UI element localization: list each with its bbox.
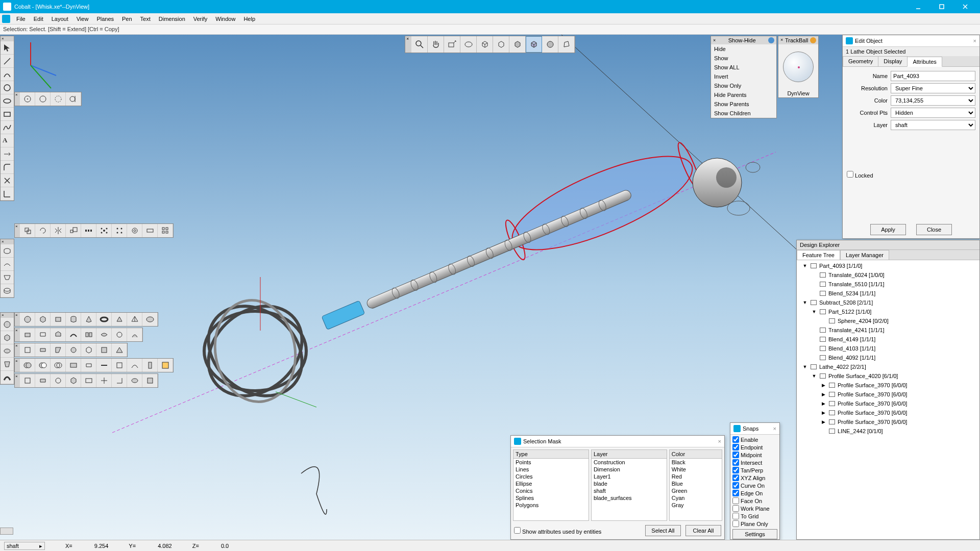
snap-option[interactable]: Plane Only [732,520,777,528]
show-hide-item[interactable]: Show [711,54,776,63]
feat7-icon[interactable] [112,343,127,357]
list-item[interactable]: blade [592,480,667,487]
trim-tool-icon[interactable] [1,147,14,161]
tree-row[interactable]: Blend_4149 [1/1/1] [798,335,978,344]
show-hide-item[interactable]: Show Only [711,81,776,90]
select-arrow-icon[interactable] [1,41,14,55]
solid-toolbar-close[interactable]: × [1,313,14,318]
list-item[interactable]: Black [670,459,722,466]
tree-row[interactable]: Blend_5234 [1/1/1] [798,289,978,298]
zoom-window-icon[interactable] [444,36,460,53]
stretch-icon[interactable] [142,224,158,237]
snap-checkbox[interactable] [732,452,739,458]
menu-window[interactable]: Window [211,14,239,23]
tree-row[interactable]: ▶Profile Surface_3970 [6/0/0] [798,381,978,390]
list-item[interactable]: Lines [513,466,589,473]
edit3-icon[interactable] [51,374,66,387]
snap-option[interactable]: Intersect [732,459,777,466]
list-item[interactable]: Splines [513,494,589,502]
circle-3pt-icon[interactable] [51,92,66,106]
bool6-icon[interactable] [96,359,112,372]
tree-toggle-icon[interactable]: ▶ [820,419,826,424]
wireframe-box-icon[interactable] [493,36,509,53]
edit4-icon[interactable] [66,374,81,387]
circle-2pt-icon[interactable] [35,92,51,106]
primitives-close[interactable]: × [15,313,20,326]
array-linear-icon[interactable] [81,224,96,237]
show-hide-item[interactable]: Show Children [711,109,776,118]
dimension-tool-icon[interactable] [1,187,14,201]
surf4-icon[interactable] [1,284,14,297]
menu-dimension[interactable]: Dimension [155,14,189,23]
hidden-line-icon[interactable] [477,36,493,53]
list-item[interactable]: blade_surfaces [592,494,667,502]
snap-checkbox[interactable] [732,474,739,481]
pan-icon[interactable] [428,36,444,53]
snap-option[interactable]: Midpoint [732,451,777,459]
apply-button[interactable]: Apply [870,224,906,235]
edit9-icon[interactable] [142,374,158,387]
list-item[interactable]: Circles [513,473,589,480]
show-hide-item[interactable]: Hide [711,44,776,54]
snap-option[interactable]: Tan/Perp [732,466,777,474]
close-button[interactable]: Close [916,224,952,235]
snap-checkbox[interactable] [732,482,739,489]
shaded-sphere-icon[interactable] [542,36,558,53]
circle-tool-icon[interactable] [1,81,14,94]
edit6-icon[interactable] [96,374,112,387]
circle-flyout-close[interactable]: × [15,92,20,106]
resolution-select[interactable]: Super Fine [891,83,975,93]
edit1-icon[interactable] [20,374,35,387]
snap-checkbox[interactable] [732,467,739,473]
bool9-icon[interactable] [142,359,158,372]
tree-toggle-icon[interactable]: ▶ [820,392,826,397]
controlpts-select[interactable]: Hidden [891,108,975,118]
list-item[interactable]: Gray [670,502,722,509]
rotate-icon[interactable] [35,224,51,237]
tree-row[interactable]: Translate_5510 [1/1/1] [798,280,978,289]
select-all-button[interactable]: Select All [645,525,681,536]
tree-row[interactable]: Sphere_4204 [0/2/0] [798,316,978,325]
menu-pen[interactable]: Pen [118,14,136,23]
list-item[interactable]: Dimension [592,466,667,473]
bool8-icon[interactable] [127,359,142,372]
scale-icon[interactable] [66,224,81,237]
tree-row[interactable]: ▶Profile Surface_3970 [6/0/0] [798,390,978,399]
view-toolbar-close[interactable]: × [405,36,411,53]
snap-option[interactable]: Enable [732,436,777,443]
trackball-gear-icon[interactable] [810,37,816,43]
menu-help[interactable]: Help [239,14,259,23]
ext1-icon[interactable] [20,328,35,341]
snap-checkbox[interactable] [732,513,739,519]
bool-subtract-icon[interactable] [35,359,51,372]
bool4-icon[interactable] [66,359,81,372]
surf3-icon[interactable] [1,271,14,284]
close-button[interactable] [953,0,977,13]
bool-union-icon[interactable] [20,359,35,372]
revolve-icon[interactable] [1,344,14,358]
snap-option[interactable]: Face On [732,497,777,505]
tree-toggle-icon[interactable]: ▼ [802,364,808,369]
tree-toggle-icon[interactable]: ▼ [811,373,817,379]
prim-ellipsoid-icon[interactable] [142,313,158,326]
snap-option[interactable]: Edge On [732,489,777,497]
snap-checkbox[interactable] [732,497,739,504]
snap-option[interactable]: XYZ Align [732,474,777,482]
prim-torus-icon[interactable] [96,313,112,326]
tree-toggle-icon[interactable]: ▶ [820,401,826,406]
list-item[interactable]: Conics [513,487,589,494]
tree-row[interactable]: ▶Profile Surface_3970 [6/0/0] [798,399,978,408]
show-hide-item[interactable]: Show ALL [711,63,776,72]
ellipse-tool-icon[interactable] [1,94,14,108]
minimize-button[interactable] [906,0,930,13]
tree-row[interactable]: Translate_6024 [1/0/0] [798,270,978,280]
sweep-icon[interactable] [1,371,14,384]
list-item[interactable]: Ellipse [513,480,589,487]
ruler-icon[interactable] [0,528,13,535]
clear-all-button[interactable]: Clear All [685,525,721,536]
bool7-icon[interactable] [112,359,127,372]
feat3-icon[interactable] [51,343,66,357]
cross-tool-icon[interactable] [1,174,14,187]
locked-checkbox-label[interactable]: Locked [847,172,873,179]
snap-option[interactable]: Curve On [732,482,777,489]
